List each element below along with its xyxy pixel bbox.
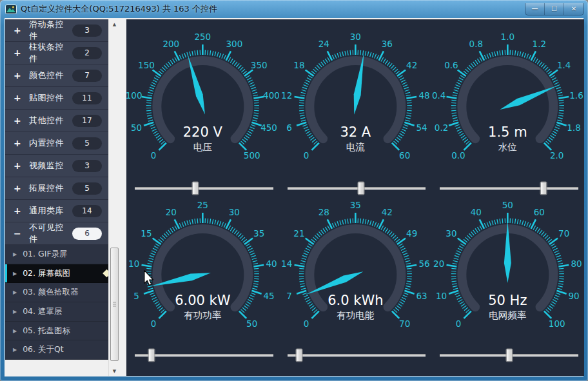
slider-handle[interactable] xyxy=(148,349,155,362)
minor-tick xyxy=(249,297,253,299)
minor-tick xyxy=(538,228,540,232)
minor-tick xyxy=(374,222,376,227)
sidebar-item-3[interactable]: ▶03. 颜色拾取器 xyxy=(5,283,108,302)
minor-tick xyxy=(392,67,395,70)
minor-tick xyxy=(402,295,407,297)
slider-handle[interactable] xyxy=(296,349,303,362)
minor-tick xyxy=(405,288,409,289)
sidebar-group-1[interactable]: +滑动条控件3 xyxy=(5,19,108,42)
minor-tick xyxy=(365,219,366,224)
minor-tick xyxy=(215,220,216,224)
minor-tick xyxy=(548,239,552,242)
maximize-button[interactable]: ☐ xyxy=(545,3,564,15)
tick-label: 100 xyxy=(126,90,142,101)
minor-tick xyxy=(240,141,244,144)
minor-tick xyxy=(389,231,392,235)
minor-tick xyxy=(315,67,318,70)
minor-tick xyxy=(549,306,553,309)
minor-tick xyxy=(148,260,153,262)
gauge-有功功率: 051015202530354045506.00 kW有功功率 xyxy=(126,189,279,350)
minor-tick xyxy=(238,233,241,237)
tick-label: 70 xyxy=(399,318,410,329)
sidebar-group-2[interactable]: +柱状条控件2 xyxy=(5,42,108,64)
sidebar-item-6[interactable]: ▶06. 关于Qt xyxy=(5,340,108,360)
minor-tick xyxy=(313,141,317,144)
sidebar-group-8[interactable]: +拓展控件5 xyxy=(5,177,108,200)
major-tick xyxy=(144,291,153,294)
minor-tick xyxy=(150,85,155,87)
sidebar-item-2[interactable]: ▶02. 屏幕截图 xyxy=(5,264,108,284)
slider-track[interactable] xyxy=(135,354,273,357)
expand-icon: + xyxy=(14,70,23,81)
scrollbar-thumb[interactable] xyxy=(110,248,119,361)
minor-tick xyxy=(242,139,246,142)
minor-tick xyxy=(248,80,253,83)
slider-handle[interactable] xyxy=(505,349,513,362)
minor-tick xyxy=(154,77,158,80)
slider-track[interactable] xyxy=(288,354,426,357)
major-tick xyxy=(397,70,406,76)
sidebar-group-6[interactable]: +内置控件5 xyxy=(5,132,108,155)
tick-label: 400 xyxy=(263,90,279,101)
minor-tick xyxy=(301,120,306,121)
minimize-button[interactable]: — xyxy=(525,3,545,15)
sidebar-group-3[interactable]: +颜色控件7 xyxy=(5,64,108,87)
minor-tick xyxy=(254,113,259,113)
titlebar[interactable]: Qt自定义控件大全(QQ:517216493) 共 163 个控件 — ☐ ✕ xyxy=(0,0,588,18)
minor-tick xyxy=(559,113,564,113)
minor-tick xyxy=(302,255,307,257)
minor-tick xyxy=(374,54,376,59)
sidebar-group-10[interactable]: −不可见控件6 xyxy=(5,222,108,245)
minor-tick xyxy=(150,293,154,295)
expand-icon: + xyxy=(14,93,23,103)
group-count-badge: 7 xyxy=(72,70,102,82)
minor-tick xyxy=(453,117,457,119)
minor-tick xyxy=(170,228,173,232)
minor-tick xyxy=(301,90,306,91)
major-tick xyxy=(251,291,261,294)
scrollbar-up-icon[interactable]: ▲ xyxy=(109,19,120,29)
minor-tick xyxy=(546,141,550,144)
minor-tick xyxy=(241,237,245,240)
minor-tick xyxy=(254,278,259,279)
major-tick xyxy=(159,143,166,150)
sidebar-item-4[interactable]: ▶04. 遮罩层 xyxy=(5,302,108,322)
gauge-title: 电流 xyxy=(346,142,365,152)
minor-tick xyxy=(238,65,241,68)
minor-tick xyxy=(328,57,330,62)
minor-tick xyxy=(192,51,193,55)
scrollbar-down-icon[interactable]: ▼ xyxy=(109,366,120,376)
sidebar-group-4[interactable]: +贴图控件11 xyxy=(5,87,108,110)
minor-tick xyxy=(453,95,457,96)
minor-tick xyxy=(455,255,459,257)
minor-tick xyxy=(456,127,460,129)
minor-tick xyxy=(323,60,326,64)
item-label: 01. GIF录屏 xyxy=(23,249,67,260)
minor-tick xyxy=(533,57,536,62)
sidebar-item-5[interactable]: ▶05. 托盘图标 xyxy=(5,322,108,341)
minor-tick xyxy=(458,300,463,302)
sidebar-group-5[interactable]: +其他控件17 xyxy=(5,110,108,132)
major-tick xyxy=(294,265,304,267)
expand-icon: + xyxy=(14,115,23,126)
sidebar-group-9[interactable]: +通用类库14 xyxy=(5,200,108,222)
minor-tick xyxy=(463,306,467,309)
close-button[interactable]: ✕ xyxy=(564,3,583,15)
sidebar-scrollbar[interactable]: ▲ ▼ xyxy=(108,19,120,376)
sidebar-group-7[interactable]: +视频监控3 xyxy=(5,155,108,177)
minor-tick xyxy=(299,113,304,113)
minor-tick xyxy=(401,248,406,251)
gauge-slider-5[interactable] xyxy=(288,346,426,364)
minor-tick xyxy=(556,87,561,89)
tick-label: 63 xyxy=(416,291,427,301)
tick-label: 80 xyxy=(571,259,582,269)
gauge-slider-4[interactable] xyxy=(135,346,273,364)
major-tick xyxy=(144,122,153,126)
minor-tick xyxy=(247,133,251,136)
minor-tick xyxy=(461,244,465,246)
tick-label: 10 xyxy=(436,291,447,301)
sidebar-item-1[interactable]: ▶01. GIF录屏 xyxy=(5,245,108,264)
tick-label: 0 xyxy=(456,318,462,329)
gauge-slider-6[interactable] xyxy=(440,346,578,364)
minor-tick xyxy=(254,281,259,282)
